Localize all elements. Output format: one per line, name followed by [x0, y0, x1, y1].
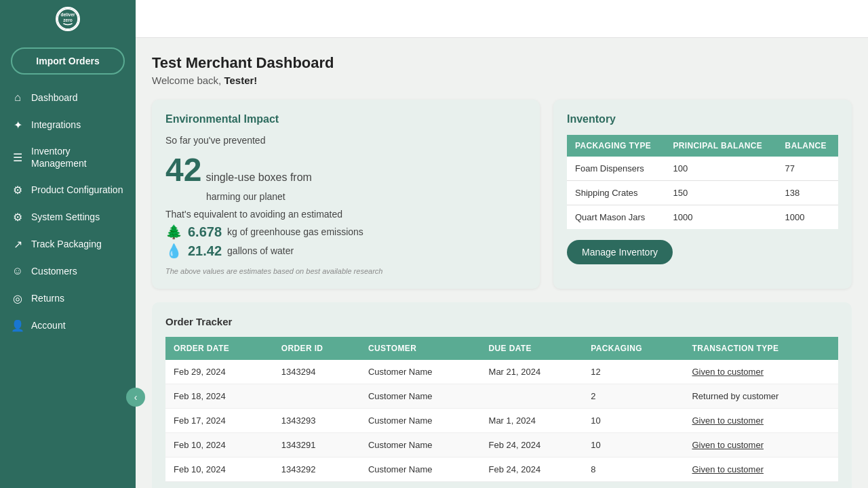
- table-row: Shipping Crates 150 138: [567, 181, 838, 205]
- manage-inventory-button[interactable]: Manage Inventory: [567, 240, 673, 264]
- inv-type: Shipping Crates: [567, 181, 665, 205]
- sidebar-label-dashboard: Dashboard: [31, 92, 78, 104]
- order-table-body: Feb 29, 2024 1343294 Customer Name Mar 2…: [165, 360, 838, 482]
- inventory-management-icon: ☰: [11, 150, 24, 164]
- order-transaction[interactable]: Given to customer: [684, 409, 838, 433]
- order-date: Feb 10, 2024: [165, 458, 273, 482]
- order-due-date: [481, 384, 583, 409]
- sidebar-label-customers: Customers: [31, 265, 77, 277]
- order-due-date: Feb 24, 2024: [481, 458, 583, 482]
- sidebar-item-returns[interactable]: ◎Returns: [0, 285, 136, 312]
- order-col-header: TRANSACTION TYPE: [684, 337, 838, 360]
- env-metric2-number: 21.42: [188, 243, 222, 259]
- env-big-text: single-use boxes from: [205, 171, 312, 184]
- sidebar-item-system-settings[interactable]: ⚙System Settings: [0, 203, 136, 230]
- inventory-col-header: BALANCE: [777, 135, 838, 157]
- order-transaction[interactable]: Given to customer: [684, 458, 838, 482]
- sidebar: deliver zero Import Orders ⌂Dashboard✦In…: [0, 0, 136, 488]
- order-packaging: 10: [583, 409, 684, 433]
- inv-balance: 138: [777, 181, 838, 205]
- subtitle-static: Welcome back,: [152, 75, 221, 86]
- sidebar-label-account: Account: [31, 319, 66, 331]
- env-big-number: 42: [165, 151, 201, 188]
- order-customer: Customer Name: [360, 360, 481, 384]
- table-row: Feb 10, 2024 1343291 Customer Name Feb 2…: [165, 433, 838, 458]
- env-card-title: Environmental Impact: [165, 113, 526, 125]
- order-due-date[interactable]: Mar 1, 2024: [481, 409, 583, 433]
- order-due-date: Feb 24, 2024: [481, 433, 583, 458]
- order-customer: Customer Name: [360, 384, 481, 409]
- order-col-header: CUSTOMER: [360, 337, 481, 360]
- environmental-impact-card: Environmental Impact So far you've preve…: [152, 100, 540, 289]
- sidebar-item-customers[interactable]: ☺Customers: [0, 258, 136, 285]
- order-table: ORDER DATEORDER IDCUSTOMERDUE DATEPACKAG…: [165, 337, 838, 482]
- table-row: Foam Dispensers 100 77: [567, 157, 838, 181]
- env-note: The above values are estimates based on …: [165, 267, 526, 275]
- content-area: Test Merchant Dashboard Welcome back, Te…: [136, 38, 868, 488]
- order-customer: Customer Name: [360, 433, 481, 458]
- sidebar-item-inventory-management[interactable]: ☰Inventory Management: [0, 138, 136, 176]
- import-orders-button[interactable]: Import Orders: [11, 47, 125, 75]
- order-col-header: ORDER DATE: [165, 337, 273, 360]
- table-row: Feb 17, 2024 1343293 Customer Name Mar 1…: [165, 409, 838, 433]
- order-transaction: Returned by customer: [684, 384, 838, 409]
- inventory-card-title: Inventory: [567, 113, 838, 125]
- drop-icon: 💧: [165, 243, 182, 259]
- inventory-table: PACKAGING TYPEPRINCIPAL BALANCEBALANCE F…: [567, 135, 838, 229]
- sidebar-label-track-packaging: Track Packaging: [31, 238, 102, 250]
- integrations-icon: ✦: [11, 118, 24, 131]
- order-packaging: 12: [583, 360, 684, 384]
- env-big-text2: harming our planet: [206, 191, 526, 202]
- sidebar-nav: ⌂Dashboard✦Integrations☰Inventory Manage…: [0, 84, 136, 339]
- order-packaging: 10: [583, 433, 684, 458]
- inv-principal: 150: [665, 181, 776, 205]
- sidebar-item-account[interactable]: 👤Account: [0, 312, 136, 339]
- inventory-col-header: PRINCIPAL BALANCE: [665, 135, 776, 157]
- customers-icon: ☺: [11, 264, 24, 278]
- svg-text:zero: zero: [63, 18, 73, 22]
- sidebar-label-returns: Returns: [31, 292, 64, 304]
- svg-text:deliver: deliver: [60, 12, 75, 17]
- system-settings-icon: ⚙: [11, 210, 24, 224]
- table-row: Quart Mason Jars 1000 1000: [567, 205, 838, 230]
- inventory-table-body: Foam Dispensers 100 77 Shipping Crates 1…: [567, 157, 838, 229]
- account-icon: 👤: [11, 319, 24, 332]
- sidebar-item-product-configuration[interactable]: ⚙Product Configuration: [0, 176, 136, 203]
- sidebar-item-dashboard[interactable]: ⌂Dashboard: [0, 84, 136, 111]
- order-date: Feb 17, 2024: [165, 409, 273, 433]
- top-bar: [136, 0, 868, 38]
- inv-type: Foam Dispensers: [567, 157, 665, 181]
- order-id: 1343291: [273, 433, 360, 458]
- sidebar-item-integrations[interactable]: ✦Integrations: [0, 111, 136, 138]
- sidebar-item-track-packaging[interactable]: ↗Track Packaging: [0, 230, 136, 258]
- tree-icon: 🌲: [165, 224, 182, 240]
- order-col-header: ORDER ID: [273, 337, 360, 360]
- returns-icon: ◎: [11, 291, 24, 305]
- order-transaction[interactable]: Given to customer: [684, 433, 838, 458]
- order-id: 1343294: [273, 360, 360, 384]
- order-col-header: DUE DATE: [481, 337, 583, 360]
- sidebar-collapse-button[interactable]: ‹: [126, 388, 145, 407]
- table-row: Feb 29, 2024 1343294 Customer Name Mar 2…: [165, 360, 838, 384]
- product-configuration-icon: ⚙: [11, 183, 24, 197]
- order-id: 1343292: [273, 458, 360, 482]
- order-packaging: 2: [583, 384, 684, 409]
- inv-principal: 100: [665, 157, 776, 181]
- sidebar-label-product-configuration: Product Configuration: [31, 184, 123, 196]
- order-id: [273, 384, 360, 409]
- order-transaction[interactable]: Given to customer: [684, 360, 838, 384]
- inventory-table-header: PACKAGING TYPEPRINCIPAL BALANCEBALANCE: [567, 135, 838, 157]
- logo-icon: deliver zero: [56, 7, 80, 31]
- page-subtitle: Welcome back, Tester!: [152, 75, 852, 86]
- order-packaging: 8: [583, 458, 684, 482]
- inv-principal: 1000: [665, 205, 776, 230]
- track-packaging-icon: ↗: [11, 237, 24, 251]
- order-col-header: PACKAGING: [583, 337, 684, 360]
- env-tagline: So far you've prevented: [165, 135, 526, 146]
- inventory-col-header: PACKAGING TYPE: [567, 135, 665, 157]
- order-id: 1343293: [273, 409, 360, 433]
- inv-balance: 77: [777, 157, 838, 181]
- order-date: Feb 29, 2024: [165, 360, 273, 384]
- table-row: Feb 10, 2024 1343292 Customer Name Feb 2…: [165, 458, 838, 482]
- order-due-date[interactable]: Mar 21, 2024: [481, 360, 583, 384]
